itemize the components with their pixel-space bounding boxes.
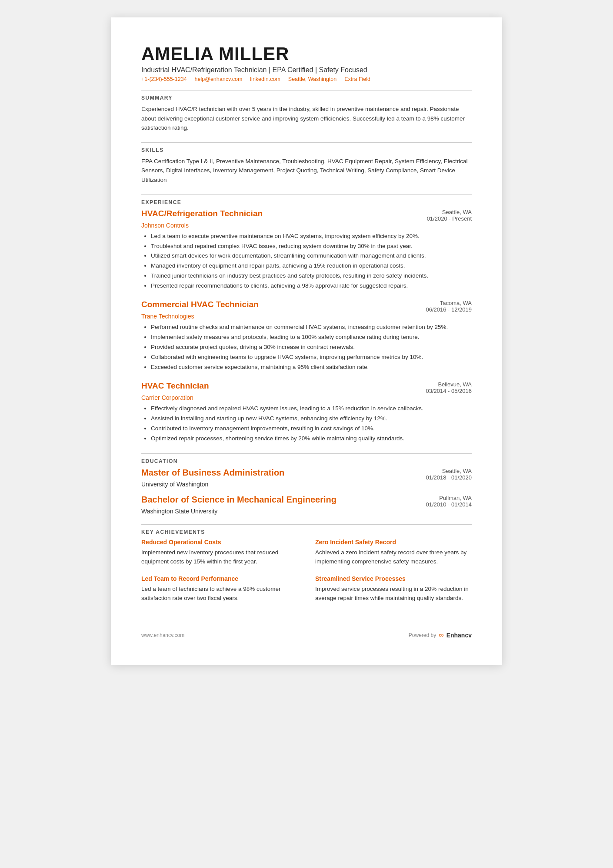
experience-label: EXPERIENCE <box>141 199 472 205</box>
degree-2-dates: 01/2010 - 01/2014 <box>426 501 472 508</box>
job-1-location: Seattle, WA <box>427 209 472 215</box>
summary-label: SUMMARY <box>141 95 472 101</box>
achievements-section: KEY ACHIEVEMENTS Reduced Operational Cos… <box>141 529 472 603</box>
job-2-company: Trane Technologies <box>141 313 472 320</box>
powered-by-text: Powered by <box>409 632 436 638</box>
degree-1-title: Master of Business Administration <box>141 468 284 478</box>
job-1-dates: 01/2020 - Present <box>427 215 472 222</box>
bullet: Provided accurate project quotes, drivin… <box>151 342 472 352</box>
contact-linkedin[interactable]: linkedin.com <box>250 76 280 82</box>
summary-section: SUMMARY Experienced HVAC/R technician wi… <box>141 95 472 133</box>
achievements-grid: Reduced Operational Costs Implemented ne… <box>141 539 472 603</box>
achievement-1-title: Reduced Operational Costs <box>141 539 298 546</box>
skills-divider <box>141 194 472 195</box>
bullet: Presented repair recommendations to clie… <box>151 281 472 291</box>
job-2: Commercial HVAC Technician Tacoma, WA 06… <box>141 300 472 372</box>
experience-divider <box>141 453 472 454</box>
achievement-2: Zero Incident Safety Record Achieved a z… <box>315 539 472 566</box>
bullet: Managed inventory of equipment and repai… <box>151 261 472 271</box>
summary-divider <box>141 142 472 143</box>
job-2-bullets: Performed routine checks and maintenance… <box>141 322 472 372</box>
achievement-3: Led Team to Record Performance Led a tea… <box>141 575 298 603</box>
achievement-3-text: Led a team of technicians to achieve a 9… <box>141 584 298 603</box>
bullet: Assisted in installing and starting up n… <box>151 414 472 424</box>
skills-label: SKILLS <box>141 147 472 153</box>
bullet: Optimized repair processes, shortening s… <box>151 434 472 444</box>
education-2: Bachelor of Science in Mechanical Engine… <box>141 495 472 515</box>
contact-location: Seattle, Washington <box>288 76 336 82</box>
degree-2-school: Washington State University <box>141 508 472 515</box>
contact-info: +1-(234)-555-1234 help@enhancv.com linke… <box>141 76 472 82</box>
skills-text: EPA Certification Type I & II, Preventiv… <box>141 157 472 185</box>
achievement-4: Streamlined Service Processes Improved s… <box>315 575 472 603</box>
resume-page: AMELIA MILLER Industrial HVAC/Refrigerat… <box>111 17 502 665</box>
header-divider <box>141 90 472 90</box>
job-3-company: Carrier Corporation <box>141 394 472 401</box>
header: AMELIA MILLER Industrial HVAC/Refrigerat… <box>141 44 472 82</box>
bullet: Led a team to execute preventive mainten… <box>151 231 472 241</box>
job-1-title: HVAC/Refrigeration Technician <box>141 209 263 218</box>
bullet: Troubleshot and repaired complex HVAC is… <box>151 241 472 251</box>
footer-brand: Powered by ∞ Enhancv <box>409 631 472 639</box>
bullet: Contributed to inventory management impr… <box>151 424 472 434</box>
footer: www.enhancv.com Powered by ∞ Enhancv <box>141 625 472 639</box>
skills-section: SKILLS EPA Certification Type I & II, Pr… <box>141 147 472 185</box>
degree-2-location: Pullman, WA <box>426 495 472 501</box>
education-label: EDUCATION <box>141 458 472 464</box>
job-2-header: Commercial HVAC Technician Tacoma, WA 06… <box>141 300 472 313</box>
education-section: EDUCATION Master of Business Administrat… <box>141 458 472 515</box>
job-2-location: Tacoma, WA <box>426 300 472 306</box>
experience-section: EXPERIENCE HVAC/Refrigeration Technician… <box>141 199 472 444</box>
degree-1-dates: 01/2018 - 01/2020 <box>426 474 472 481</box>
contact-email[interactable]: help@enhancv.com <box>195 76 243 82</box>
job-1-company: Johnson Controls <box>141 222 472 229</box>
contact-extra: Extra Field <box>344 76 370 82</box>
candidate-name: AMELIA MILLER <box>141 44 472 64</box>
achievement-3-title: Led Team to Record Performance <box>141 575 298 582</box>
achievement-2-text: Achieved a zero incident safety record o… <box>315 548 472 566</box>
bullet: Trained junior technicians on industry b… <box>151 271 472 281</box>
job-1-bullets: Led a team to execute preventive mainten… <box>141 231 472 292</box>
candidate-title: Industrial HVAC/Refrigeration Technician… <box>141 66 472 74</box>
contact-phone: +1-(234)-555-1234 <box>141 76 187 82</box>
job-2-dates: 06/2016 - 12/2019 <box>426 306 472 313</box>
degree-2-title: Bachelor of Science in Mechanical Engine… <box>141 495 336 505</box>
job-3: HVAC Technician Bellevue, WA 03/2014 - 0… <box>141 381 472 444</box>
job-3-title: HVAC Technician <box>141 381 209 391</box>
job-3-bullets: Effectively diagnosed and repaired HVAC … <box>141 404 472 444</box>
bullet: Performed routine checks and maintenance… <box>151 322 472 332</box>
bullet: Implemented safety measures and protocol… <box>151 332 472 342</box>
job-3-dates: 03/2014 - 05/2016 <box>426 388 472 394</box>
enhancv-brand-name: Enhancv <box>446 632 472 639</box>
bullet: Exceeded customer service expectations, … <box>151 362 472 372</box>
achievement-1-text: Implemented new inventory procedures tha… <box>141 548 298 566</box>
job-2-title: Commercial HVAC Technician <box>141 300 259 309</box>
degree-1-location: Seattle, WA <box>426 468 472 474</box>
bullet: Effectively diagnosed and repaired HVAC … <box>151 404 472 414</box>
achievement-4-title: Streamlined Service Processes <box>315 575 472 582</box>
job-3-header: HVAC Technician Bellevue, WA 03/2014 - 0… <box>141 381 472 394</box>
education-1: Master of Business Administration Seattl… <box>141 468 472 488</box>
achievement-4-text: Improved service processes resulting in … <box>315 584 472 603</box>
achievement-1: Reduced Operational Costs Implemented ne… <box>141 539 298 566</box>
summary-text: Experienced HVAC/R technician with over … <box>141 104 472 133</box>
footer-url: www.enhancv.com <box>141 632 184 638</box>
enhancv-logo-icon: ∞ <box>439 631 443 639</box>
bullet: Collaborated with engineering teams to u… <box>151 352 472 362</box>
degree-1-school: University of Washington <box>141 481 472 488</box>
job-1: HVAC/Refrigeration Technician Seattle, W… <box>141 209 472 292</box>
job-1-header: HVAC/Refrigeration Technician Seattle, W… <box>141 209 472 222</box>
achievement-2-title: Zero Incident Safety Record <box>315 539 472 546</box>
education-divider <box>141 524 472 525</box>
bullet: Utilized smart devices for work document… <box>151 251 472 261</box>
achievements-label: KEY ACHIEVEMENTS <box>141 529 472 535</box>
job-3-location: Bellevue, WA <box>426 381 472 388</box>
